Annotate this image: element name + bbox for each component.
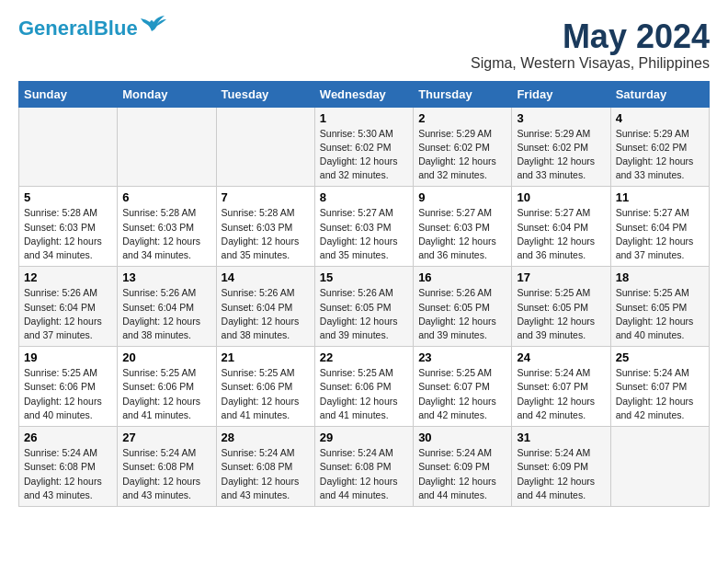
day-number: 8: [320, 190, 408, 204]
weekday-header-row: SundayMondayTuesdayWednesdayThursdayFrid…: [19, 81, 710, 107]
day-cell: 18Sunrise: 5:25 AM Sunset: 6:05 PM Dayli…: [610, 267, 709, 347]
week-row-2: 5Sunrise: 5:28 AM Sunset: 6:03 PM Daylig…: [19, 187, 710, 267]
day-cell: 12Sunrise: 5:26 AM Sunset: 6:04 PM Dayli…: [19, 267, 118, 347]
day-info: Sunrise: 5:24 AM Sunset: 6:07 PM Dayligh…: [616, 366, 704, 422]
day-cell: 22Sunrise: 5:25 AM Sunset: 6:06 PM Dayli…: [314, 347, 413, 427]
day-info: Sunrise: 5:25 AM Sunset: 6:07 PM Dayligh…: [418, 366, 506, 422]
day-info: Sunrise: 5:25 AM Sunset: 6:06 PM Dayligh…: [122, 366, 210, 422]
day-cell: 10Sunrise: 5:27 AM Sunset: 6:04 PM Dayli…: [512, 187, 610, 267]
day-info: Sunrise: 5:25 AM Sunset: 6:05 PM Dayligh…: [616, 286, 704, 342]
page-header: GeneralBlue May 2024 Sigma, Western Visa…: [18, 18, 710, 72]
day-number: 24: [517, 350, 605, 364]
day-info: Sunrise: 5:26 AM Sunset: 6:04 PM Dayligh…: [24, 286, 112, 342]
day-info: Sunrise: 5:26 AM Sunset: 6:04 PM Dayligh…: [122, 286, 210, 342]
day-cell: 8Sunrise: 5:27 AM Sunset: 6:03 PM Daylig…: [314, 187, 413, 267]
day-number: 16: [418, 270, 506, 284]
day-number: 22: [320, 350, 408, 364]
day-info: Sunrise: 5:24 AM Sunset: 6:08 PM Dayligh…: [320, 446, 408, 502]
day-number: 12: [24, 270, 112, 284]
day-info: Sunrise: 5:25 AM Sunset: 6:06 PM Dayligh…: [320, 366, 408, 422]
day-number: 17: [517, 270, 605, 284]
day-info: Sunrise: 5:29 AM Sunset: 6:02 PM Dayligh…: [517, 127, 605, 183]
week-row-1: 1Sunrise: 5:30 AM Sunset: 6:02 PM Daylig…: [19, 107, 710, 187]
day-info: Sunrise: 5:25 AM Sunset: 6:06 PM Dayligh…: [24, 366, 112, 422]
weekday-header-thursday: Thursday: [414, 81, 512, 107]
day-number: 30: [418, 431, 506, 444]
day-cell: 17Sunrise: 5:25 AM Sunset: 6:05 PM Dayli…: [512, 267, 610, 347]
calendar-table: SundayMondayTuesdayWednesdayThursdayFrid…: [18, 81, 710, 507]
day-number: 25: [616, 350, 704, 364]
day-cell: 6Sunrise: 5:28 AM Sunset: 6:03 PM Daylig…: [118, 187, 216, 267]
logo-bird-icon: [141, 15, 166, 33]
day-cell: 26Sunrise: 5:24 AM Sunset: 6:08 PM Dayli…: [19, 427, 118, 507]
weekday-header-friday: Friday: [512, 81, 610, 107]
day-cell: [19, 107, 118, 187]
day-number: 4: [616, 111, 704, 125]
day-cell: 25Sunrise: 5:24 AM Sunset: 6:07 PM Dayli…: [610, 347, 709, 427]
day-info: Sunrise: 5:27 AM Sunset: 6:04 PM Dayligh…: [616, 206, 704, 262]
month-year-title: May 2024: [471, 18, 710, 55]
day-info: Sunrise: 5:24 AM Sunset: 6:08 PM Dayligh…: [222, 446, 310, 502]
week-row-3: 12Sunrise: 5:26 AM Sunset: 6:04 PM Dayli…: [19, 267, 710, 347]
day-info: Sunrise: 5:29 AM Sunset: 6:02 PM Dayligh…: [616, 127, 704, 183]
day-cell: 4Sunrise: 5:29 AM Sunset: 6:02 PM Daylig…: [610, 107, 709, 187]
day-number: 19: [24, 350, 112, 364]
weekday-header-saturday: Saturday: [610, 81, 709, 107]
title-block: May 2024 Sigma, Western Visayas, Philipp…: [471, 18, 710, 72]
logo: GeneralBlue: [18, 18, 166, 39]
day-number: 31: [517, 431, 605, 444]
day-cell: 20Sunrise: 5:25 AM Sunset: 6:06 PM Dayli…: [118, 347, 216, 427]
day-number: 14: [222, 270, 310, 284]
day-info: Sunrise: 5:24 AM Sunset: 6:08 PM Dayligh…: [122, 446, 210, 502]
day-number: 26: [24, 431, 112, 444]
weekday-header-tuesday: Tuesday: [216, 81, 314, 107]
day-cell: 7Sunrise: 5:28 AM Sunset: 6:03 PM Daylig…: [216, 187, 314, 267]
day-cell: 1Sunrise: 5:30 AM Sunset: 6:02 PM Daylig…: [314, 107, 413, 187]
day-info: Sunrise: 5:27 AM Sunset: 6:04 PM Dayligh…: [517, 206, 605, 262]
day-info: Sunrise: 5:24 AM Sunset: 6:09 PM Dayligh…: [517, 446, 605, 502]
day-number: 29: [320, 431, 408, 444]
day-number: 7: [222, 190, 310, 204]
day-info: Sunrise: 5:28 AM Sunset: 6:03 PM Dayligh…: [24, 206, 112, 262]
day-cell: 19Sunrise: 5:25 AM Sunset: 6:06 PM Dayli…: [19, 347, 118, 427]
day-info: Sunrise: 5:30 AM Sunset: 6:02 PM Dayligh…: [320, 127, 408, 183]
day-number: 20: [122, 350, 210, 364]
day-info: Sunrise: 5:24 AM Sunset: 6:08 PM Dayligh…: [24, 446, 112, 502]
day-info: Sunrise: 5:24 AM Sunset: 6:09 PM Dayligh…: [418, 446, 506, 502]
day-number: 23: [418, 350, 506, 364]
day-cell: [216, 107, 314, 187]
day-cell: 2Sunrise: 5:29 AM Sunset: 6:02 PM Daylig…: [414, 107, 512, 187]
day-cell: 29Sunrise: 5:24 AM Sunset: 6:08 PM Dayli…: [314, 427, 413, 507]
day-number: 5: [24, 190, 112, 204]
day-info: Sunrise: 5:26 AM Sunset: 6:05 PM Dayligh…: [320, 286, 408, 342]
day-number: 6: [122, 190, 210, 204]
week-row-5: 26Sunrise: 5:24 AM Sunset: 6:08 PM Dayli…: [19, 427, 710, 507]
location-subtitle: Sigma, Western Visayas, Philippines: [471, 55, 710, 72]
day-info: Sunrise: 5:27 AM Sunset: 6:03 PM Dayligh…: [320, 206, 408, 262]
day-cell: 13Sunrise: 5:26 AM Sunset: 6:04 PM Dayli…: [118, 267, 216, 347]
day-cell: 27Sunrise: 5:24 AM Sunset: 6:08 PM Dayli…: [118, 427, 216, 507]
day-cell: [610, 427, 709, 507]
week-row-4: 19Sunrise: 5:25 AM Sunset: 6:06 PM Dayli…: [19, 347, 710, 427]
day-number: 1: [320, 111, 408, 125]
logo-text: GeneralBlue: [18, 18, 138, 39]
day-cell: 16Sunrise: 5:26 AM Sunset: 6:05 PM Dayli…: [414, 267, 512, 347]
day-cell: 23Sunrise: 5:25 AM Sunset: 6:07 PM Dayli…: [414, 347, 512, 427]
day-cell: 24Sunrise: 5:24 AM Sunset: 6:07 PM Dayli…: [512, 347, 610, 427]
day-number: 9: [418, 190, 506, 204]
weekday-header-monday: Monday: [118, 81, 216, 107]
day-cell: 30Sunrise: 5:24 AM Sunset: 6:09 PM Dayli…: [414, 427, 512, 507]
day-info: Sunrise: 5:25 AM Sunset: 6:05 PM Dayligh…: [517, 286, 605, 342]
day-info: Sunrise: 5:28 AM Sunset: 6:03 PM Dayligh…: [122, 206, 210, 262]
day-number: 15: [320, 270, 408, 284]
day-cell: [118, 107, 216, 187]
day-cell: 21Sunrise: 5:25 AM Sunset: 6:06 PM Dayli…: [216, 347, 314, 427]
day-cell: 14Sunrise: 5:26 AM Sunset: 6:04 PM Dayli…: [216, 267, 314, 347]
day-info: Sunrise: 5:26 AM Sunset: 6:04 PM Dayligh…: [222, 286, 310, 342]
day-cell: 11Sunrise: 5:27 AM Sunset: 6:04 PM Dayli…: [610, 187, 709, 267]
day-info: Sunrise: 5:24 AM Sunset: 6:07 PM Dayligh…: [517, 366, 605, 422]
day-info: Sunrise: 5:26 AM Sunset: 6:05 PM Dayligh…: [418, 286, 506, 342]
day-number: 21: [222, 350, 310, 364]
day-number: 10: [517, 190, 605, 204]
day-info: Sunrise: 5:27 AM Sunset: 6:03 PM Dayligh…: [418, 206, 506, 262]
